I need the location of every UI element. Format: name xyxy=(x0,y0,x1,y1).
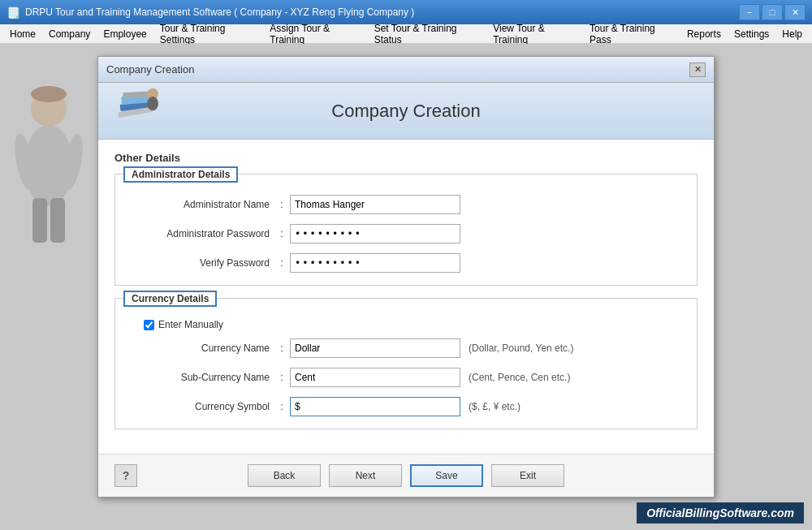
verify-password-label: Verify Password xyxy=(127,257,274,269)
currency-name-hint: (Dollar, Pound, Yen etc.) xyxy=(469,343,573,354)
dialog-close-button[interactable]: ✕ xyxy=(689,62,706,77)
save-button[interactable]: Save xyxy=(410,464,483,487)
currency-symbol-row: Currency Symbol : ($, £, ¥ etc.) xyxy=(127,397,685,416)
admin-section-title: Administrator Details xyxy=(123,166,238,183)
footer-help: ? xyxy=(114,464,137,487)
back-button[interactable]: Back xyxy=(248,464,321,487)
next-button[interactable]: Next xyxy=(329,464,402,487)
dialog-footer: ? Back Next Save Exit xyxy=(98,454,714,497)
menu-bar: Home Company Employee Tour & Training Se… xyxy=(0,24,812,44)
menu-tour-training-settings[interactable]: Tour & Training Settings xyxy=(153,25,264,43)
currency-symbol-hint: ($, £, ¥ etc.) xyxy=(469,401,520,412)
currency-symbol-input[interactable] xyxy=(290,397,460,416)
menu-assign-tour[interactable]: Assign Tour & Training xyxy=(263,25,367,43)
menu-set-status[interactable]: Set Tour & Training Status xyxy=(368,25,487,43)
currency-symbol-label: Currency Symbol xyxy=(127,401,274,412)
svg-rect-5 xyxy=(32,198,47,243)
sub-currency-name-label: Sub-Currency Name xyxy=(127,372,274,383)
currency-name-label: Currency Name xyxy=(127,343,274,354)
admin-name-row: Administrator Name : xyxy=(127,195,685,214)
menu-settings[interactable]: Settings xyxy=(728,25,775,43)
admin-name-input[interactable] xyxy=(290,195,460,214)
menu-home[interactable]: Home xyxy=(3,25,42,43)
title-bar-controls: − □ ✕ xyxy=(739,4,806,20)
app-icon: 🗒️ xyxy=(6,6,20,19)
app-title: DRPU Tour and Training Management Softwa… xyxy=(25,6,414,18)
verify-password-input[interactable] xyxy=(290,253,460,273)
header-book-icon xyxy=(114,87,163,134)
menu-tour-pass[interactable]: Tour & Training Pass xyxy=(583,25,680,43)
branding-label: OfficialBillingSoftware.com xyxy=(637,502,804,524)
sub-currency-name-input[interactable] xyxy=(290,368,460,387)
enter-manually-row: Enter Manually xyxy=(144,319,685,330)
admin-password-row: Administrator Password : xyxy=(127,224,685,243)
dialog-title: Company Creation xyxy=(106,63,194,75)
dialog-header-title: Company Creation xyxy=(331,101,480,122)
menu-help[interactable]: Help xyxy=(775,25,809,43)
currency-name-row: Currency Name : (Dollar, Pound, Yen etc.… xyxy=(127,338,685,358)
admin-name-label: Administrator Name xyxy=(127,199,274,210)
sub-currency-name-hint: (Cent, Pence, Cen etc.) xyxy=(469,372,570,383)
help-button[interactable]: ? xyxy=(114,464,137,487)
currency-details-section: Currency Details Enter Manually Currency… xyxy=(114,298,698,429)
title-bar: 🗒️ DRPU Tour and Training Management Sof… xyxy=(0,0,812,24)
svg-point-12 xyxy=(147,97,158,110)
dialog-header: Company Creation xyxy=(98,83,714,140)
svg-point-1 xyxy=(31,86,67,102)
app-close-button[interactable]: ✕ xyxy=(784,4,806,20)
dialog: Company Creation ✕ Company Creation xyxy=(97,56,715,498)
other-details-label: Other Details xyxy=(114,152,698,164)
dialog-title-bar: Company Creation ✕ xyxy=(98,57,714,83)
admin-details-section: Administrator Details Administrator Name… xyxy=(114,174,698,286)
dialog-body: Other Details Administrator Details Admi… xyxy=(98,140,714,454)
admin-password-input[interactable] xyxy=(290,224,460,243)
menu-company[interactable]: Company xyxy=(42,25,97,43)
minimize-button[interactable]: − xyxy=(739,4,760,20)
title-bar-left: 🗒️ DRPU Tour and Training Management Sof… xyxy=(6,6,414,19)
menu-view-tour[interactable]: View Tour & Training xyxy=(486,25,583,43)
enter-manually-label: Enter Manually xyxy=(158,319,223,330)
menu-reports[interactable]: Reports xyxy=(680,25,728,43)
side-figure xyxy=(12,84,85,249)
menu-employee[interactable]: Employee xyxy=(97,25,153,43)
currency-section-title: Currency Details xyxy=(123,291,217,307)
admin-password-label: Administrator Password xyxy=(127,228,274,239)
maximize-button[interactable]: □ xyxy=(762,4,783,20)
svg-rect-6 xyxy=(50,198,65,243)
exit-button[interactable]: Exit xyxy=(491,464,564,487)
sub-currency-name-row: Sub-Currency Name : (Cent, Pence, Cen et… xyxy=(127,368,685,387)
main-area: Company Creation ✕ Company Creation xyxy=(0,44,812,530)
enter-manually-checkbox[interactable] xyxy=(144,320,154,330)
verify-password-row: Verify Password : xyxy=(127,253,685,273)
currency-name-input[interactable] xyxy=(290,338,460,358)
